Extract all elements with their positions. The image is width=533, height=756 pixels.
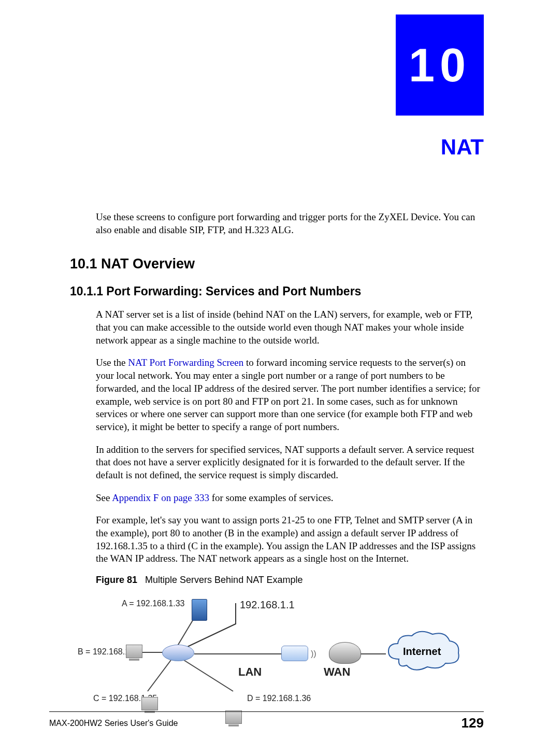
chapter-number: 10 [409, 42, 471, 89]
router-icon [162, 645, 194, 661]
wireless-device-icon [329, 642, 361, 664]
paragraph: For example, let's say you want to assig… [96, 514, 484, 565]
desktop-icon [141, 697, 158, 710]
chapter-title: NAT [328, 135, 484, 160]
text: See [96, 492, 112, 503]
figure-caption: Figure 81 Multiple Servers Behind NAT Ex… [96, 575, 484, 586]
internet-cloud-icon: Internet [383, 628, 461, 675]
label-router-ip: 192.168.1.1 [240, 599, 295, 611]
label-wan: WAN [324, 665, 350, 679]
label-server-a: A = 192.168.1.33 [122, 599, 184, 608]
text: Use the [96, 357, 128, 368]
label-lan: LAN [238, 665, 262, 679]
label-server-d: D = 192.168.1.36 [247, 694, 311, 703]
network-diagram: )) A = 192.168.1.33 192.168.1.1 B = 192.… [96, 593, 469, 712]
svg-line-2 [148, 660, 171, 691]
server-icon [192, 599, 207, 621]
figure-title: Multiple Servers Behind NAT Example [145, 575, 302, 585]
figure-number: Figure 81 [96, 575, 137, 585]
paragraph: See Appendix F on page 333 for some exam… [96, 492, 484, 505]
footer-page-number: 129 [462, 715, 484, 731]
label-internet: Internet [403, 646, 441, 658]
document-page: 10 NAT Use these screens to configure po… [0, 0, 533, 756]
main-content: Use these screens to configure port forw… [70, 201, 484, 712]
footer-guide-name: MAX-200HW2 Series User's Guide [49, 719, 178, 728]
svg-line-3 [184, 660, 233, 691]
section-heading-10-1: 10.1 NAT Overview [70, 256, 484, 272]
intro-paragraph: Use these screens to configure port forw… [96, 211, 484, 236]
cross-ref-link[interactable]: Appendix F on page 333 [112, 492, 209, 503]
text: for some examples of services. [209, 492, 334, 503]
section-heading-10-1-1: 10.1.1 Port Forwarding: Services and Por… [70, 284, 484, 298]
cross-ref-link[interactable]: NAT Port Forwarding Screen [128, 357, 243, 368]
svg-text:)): )) [311, 649, 316, 658]
page-footer: MAX-200HW2 Series User's Guide 129 [49, 711, 484, 731]
paragraph: A NAT server set is a list of inside (be… [96, 308, 484, 347]
chapter-number-tab: 10 [396, 15, 484, 116]
text: to forward incoming service requests to … [96, 357, 480, 432]
desktop-icon [126, 645, 142, 658]
paragraph: Use the NAT Port Forwarding Screen to fo… [96, 356, 484, 433]
paragraph: In addition to the servers for specified… [96, 444, 484, 482]
access-point-icon [281, 646, 308, 661]
